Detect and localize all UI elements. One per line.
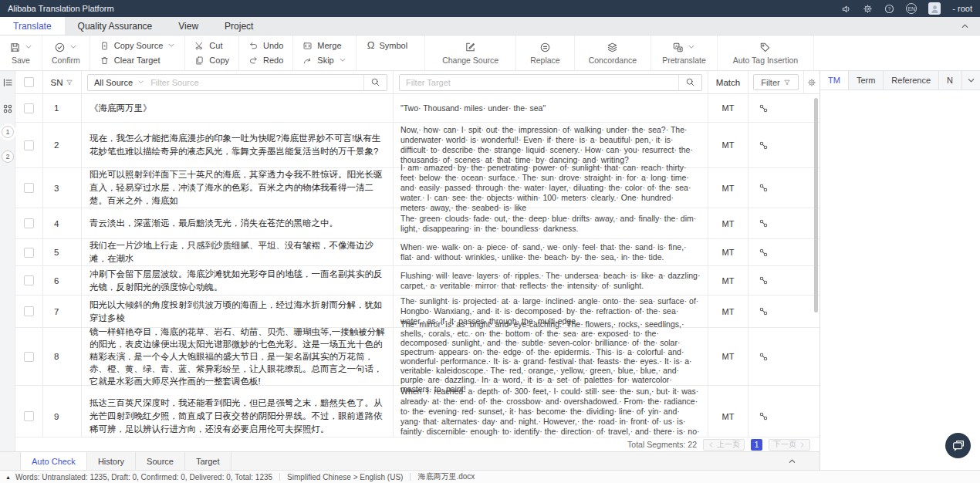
confirm-button[interactable]: Confirm: [52, 42, 80, 65]
row-target-cell[interactable]: Now,· how· can· I· spit· out· the· impre…: [394, 123, 708, 167]
row-source-cell[interactable]: 青云淡出，深蓝渐远，最后黯淡无光，消失在苍茫的黑暗之中。: [82, 208, 394, 238]
status-expand-icon[interactable]: ▲: [5, 475, 11, 480]
table-row[interactable]: 5 我们在一片沙地上行走，只感到沙质细腻、平坦、没有皱褶，不像海边沙滩，在潮水 …: [15, 239, 819, 266]
row-target-cell[interactable]: The· green· clouds· fade· out,· the· dee…: [394, 208, 708, 238]
table-row[interactable]: 6 冲刷下会留下层层波纹。海底沙滩犹如光彩夺目的地毯，一面名副其实的反光镜，反射…: [15, 266, 819, 296]
clear-target-button[interactable]: Clear Target: [100, 56, 176, 66]
avatar[interactable]: [928, 2, 941, 15]
chat-feedback-button[interactable]: [945, 433, 971, 458]
redo-button[interactable]: Redo: [248, 56, 283, 66]
link-segment-icon[interactable]: [759, 306, 769, 316]
row-source-cell[interactable]: 抵达三百英尺深度时，我还能看到阳光，但已是强弩之末，黯然失色了。从光芒四射到晚红…: [82, 386, 394, 437]
sn-filter-icon[interactable]: [66, 79, 73, 86]
copy-source-button[interactable]: Copy Source: [100, 41, 176, 51]
row-source-cell[interactable]: 镜一样鲜艳夺目，海底的花草、岩石、幼苗、贝壳、珊瑚虫等,一接触被分解的阳光，表皮…: [82, 328, 394, 385]
chevron-down-icon[interactable]: [339, 56, 346, 64]
row-checkbox[interactable]: [24, 275, 34, 285]
copy-button[interactable]: Copy: [194, 56, 229, 66]
row-target-cell[interactable]: When· we· walk· on· a· piece· of· sand,·…: [394, 239, 708, 265]
chevron-down-icon[interactable]: [688, 43, 695, 51]
change-source-button[interactable]: Change Source: [442, 42, 498, 65]
link-segment-icon[interactable]: [759, 411, 769, 421]
row-checkbox[interactable]: [24, 183, 34, 193]
row-checkbox[interactable]: [24, 140, 34, 150]
row-source-cell[interactable]: 《海底两万里》: [82, 94, 394, 122]
link-segment-icon[interactable]: [759, 218, 769, 228]
tab-quality-assurance[interactable]: Quality Assurance: [65, 17, 166, 35]
pretranslate-button[interactable]: Pretranslate: [662, 42, 706, 65]
panel-tabs-more-button[interactable]: [962, 71, 980, 90]
link-segment-icon[interactable]: [759, 103, 769, 113]
table-row[interactable]: 9 抵达三百英尺深度时，我还能看到阳光，但已是强弩之末，黯然失色了。从光芒四射到…: [15, 386, 819, 437]
tab-target[interactable]: Target: [185, 452, 231, 470]
symbol-button[interactable]: Ω Symbol: [367, 40, 407, 50]
row-checkbox[interactable]: [24, 306, 34, 316]
row-source-cell[interactable]: 阳光以大倾斜的角度投射到洪波万顷的海面上，经过海水折射而分解，犹如穿过多棱: [82, 296, 394, 327]
language-badge[interactable]: EN: [906, 3, 917, 14]
chevron-down-icon[interactable]: [167, 42, 175, 49]
row-checkbox[interactable]: [24, 352, 34, 362]
prev-page-button[interactable]: 上一页: [703, 439, 745, 451]
link-segment-icon[interactable]: [759, 183, 769, 193]
link-segment-icon[interactable]: [759, 352, 769, 362]
step-badge-2[interactable]: 2: [2, 150, 14, 163]
concordance-button[interactable]: Concordance: [589, 42, 637, 65]
tab-project[interactable]: Project: [211, 17, 266, 35]
table-row[interactable]: 8 镜一样鲜艳夺目，海底的花草、岩石、幼苗、贝壳、珊瑚虫等,一接触被分解的阳光，…: [15, 328, 819, 386]
current-page-button[interactable]: 1: [751, 439, 762, 451]
source-search-button[interactable]: [363, 75, 387, 90]
bottom-panel-collapse-button[interactable]: [788, 452, 819, 470]
link-segment-icon[interactable]: [759, 140, 769, 150]
auto-tag-insertion-button[interactable]: Auto Tag Insertion: [733, 42, 798, 65]
source-filter-input[interactable]: [150, 78, 363, 87]
next-page-button[interactable]: 下一页: [769, 439, 810, 451]
link-segment-icon[interactable]: [759, 248, 769, 258]
replace-button[interactable]: Replace: [530, 42, 560, 65]
table-row[interactable]: 1 《海底两万里》 "Two· Thousand· miles· under· …: [15, 94, 819, 123]
row-source-cell[interactable]: 我们在一片沙地上行走，只感到沙质细腻、平坦、没有皱褶，不像海边沙滩，在潮水: [82, 239, 394, 265]
row-target-cell[interactable]: The· mirror· is· as· bright· and· eye-ca…: [394, 328, 708, 385]
row-source-cell[interactable]: 冲刷下会留下层层波纹。海底沙滩犹如光彩夺目的地毯，一面名副其实的反光镜，反射阳光…: [82, 266, 394, 295]
settings-icon[interactable]: [863, 4, 873, 14]
row-checkbox[interactable]: [24, 103, 34, 113]
table-row[interactable]: 3 阳光可以照射到洋面下三十英尺的海底，其穿透力令我不胜惊讶。阳光长驱直入，轻易…: [15, 168, 819, 208]
tab-auto-check[interactable]: Auto Check: [20, 452, 87, 470]
tab-view[interactable]: View: [165, 17, 211, 35]
source-scope-select[interactable]: All Source: [88, 78, 150, 87]
tab-translate[interactable]: Translate: [0, 17, 65, 35]
filter-button[interactable]: Filter: [753, 74, 798, 90]
row-checkbox[interactable]: [24, 218, 34, 228]
row-source-cell[interactable]: 阳光可以照射到洋面下三十英尺的海底，其穿透力令我不胜惊讶。阳光长驱直入，轻易穿过…: [82, 168, 394, 208]
row-target-cell[interactable]: I· am· amazed· by· the· penetrating· pow…: [394, 168, 708, 208]
step-badge-1[interactable]: 1: [2, 126, 14, 138]
select-all-checkbox[interactable]: [24, 77, 34, 87]
merge-button[interactable]: Merge: [302, 41, 346, 51]
target-search-button[interactable]: [678, 75, 701, 90]
table-scrollbar[interactable]: [814, 98, 818, 312]
row-source-cell[interactable]: 现在，我怎么才能把海底漫步的印象一吐为快呢?海底世界妙不可言!纵有生花妙笔也难以…: [82, 123, 394, 167]
grid-view-icon[interactable]: [2, 103, 13, 114]
row-checkbox[interactable]: [24, 248, 34, 258]
sound-icon[interactable]: [841, 4, 851, 14]
tab-tm[interactable]: TM: [820, 71, 849, 90]
tab-reference[interactable]: Reference: [884, 71, 939, 90]
target-filter-input[interactable]: [400, 78, 678, 87]
table-row[interactable]: 4 青云淡出，深蓝渐远，最后黯淡无光，消失在苍茫的黑暗之中。 The· gree…: [15, 208, 819, 239]
tab-notes[interactable]: N: [939, 71, 962, 90]
toolbar-collapse-button[interactable]: [961, 17, 980, 35]
cut-button[interactable]: Cut: [194, 41, 229, 51]
row-target-cell[interactable]: Flushing· will· leave· layers· of· rippl…: [394, 266, 708, 295]
column-settings-icon[interactable]: [807, 78, 816, 87]
row-target-cell[interactable]: When· I· reached· a· depth· of· 300· fee…: [394, 386, 708, 437]
tab-source[interactable]: Source: [136, 452, 185, 470]
segment-list-icon[interactable]: [2, 77, 13, 88]
chevron-down-icon[interactable]: [25, 43, 32, 51]
link-segment-icon[interactable]: [759, 275, 769, 285]
tab-history[interactable]: History: [87, 452, 136, 470]
row-target-cell[interactable]: "Two· Thousand· miles· under· the· sea": [394, 94, 708, 122]
row-checkbox[interactable]: [24, 411, 34, 421]
tab-term[interactable]: Term: [849, 71, 884, 90]
undo-button[interactable]: Undo: [248, 41, 283, 51]
save-button[interactable]: Save: [9, 42, 32, 65]
help-icon[interactable]: [884, 4, 894, 14]
